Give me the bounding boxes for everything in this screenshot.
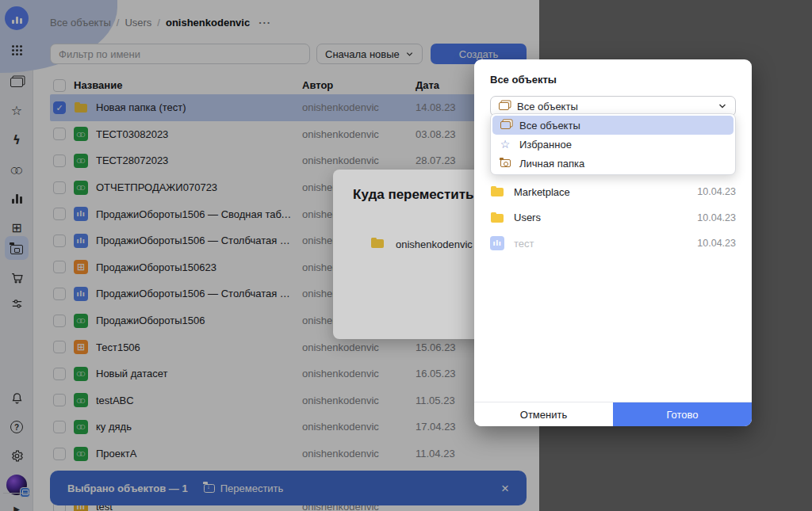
folder-icon [490,211,504,225]
objects-dialog: Все объекты Все объекты Все объекты ☆ Из… [474,59,752,426]
objects-dialog-title: Все объекты [474,59,752,86]
screen: ☆ ϟ ○○ ⊞ ? [0,0,812,511]
chevron-down-icon [718,101,727,111]
folders-icon [499,102,509,110]
list-item-disabled: тест 10.04.23 [474,231,752,257]
scope-dropdown: Все объекты ☆ Избранное Личная папка [490,113,736,175]
list-item[interactable]: Marketplace 10.04.23 [474,179,752,205]
dropdown-option-favorites[interactable]: ☆ Избранное [492,135,733,154]
chart-icon [490,236,504,250]
dropdown-option-all-objects[interactable]: Все объекты [492,116,733,135]
dropdown-option-personal-folder[interactable]: Личная папка [492,154,733,173]
done-button[interactable]: Готово [613,402,752,426]
personal-folder-icon [500,159,511,167]
star-icon: ☆ [500,139,511,150]
folders-icon [500,121,511,129]
cancel-button[interactable]: Отменить [474,402,613,426]
folder-icon [490,185,504,199]
modal-backdrop [0,0,539,511]
objects-dialog-list: Marketplace 10.04.23 Users 10.04.23 тест… [474,179,752,257]
list-item[interactable]: Users 10.04.23 [474,205,752,231]
dialog-footer: Отменить Готово [474,402,752,426]
